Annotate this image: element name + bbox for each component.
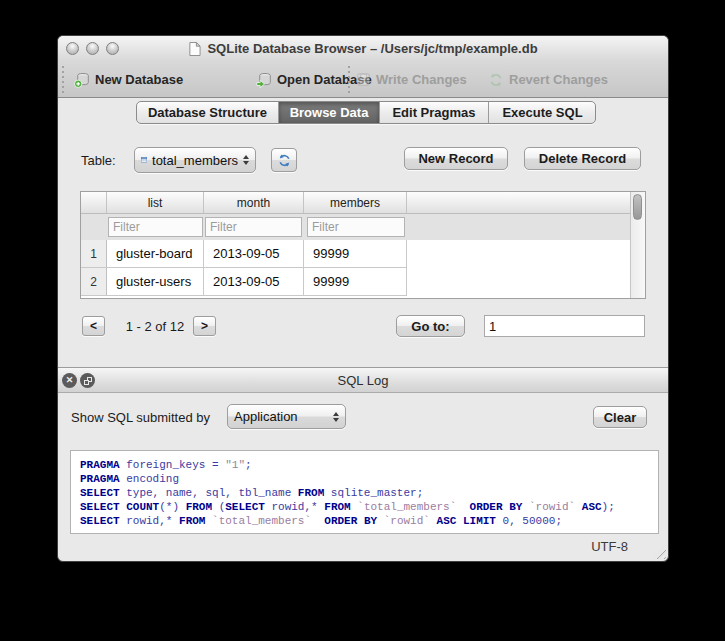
select-steppers-icon <box>243 155 249 165</box>
title-group: SQLite Database Browser – /Users/jc/tmp/… <box>118 36 608 61</box>
goto-record-input[interactable] <box>484 315 645 337</box>
cell-list[interactable]: gluster-users <box>107 268 204 295</box>
app-window: SQLite Database Browser – /Users/jc/tmp/… <box>57 35 669 562</box>
delete-record-button[interactable]: Delete Record <box>524 147 641 170</box>
filter-input-list[interactable] <box>108 217 203 237</box>
sql-log-title: SQL Log <box>58 368 668 393</box>
table-label: Table: <box>81 153 116 168</box>
cell-members[interactable]: 99999 <box>304 240 407 267</box>
new-database-button[interactable]: New Database <box>74 61 183 98</box>
window-chrome: SQLite Database Browser – /Users/jc/tmp/… <box>58 36 668 98</box>
float-panel-icon <box>84 377 92 385</box>
table-icon <box>141 154 147 166</box>
toolbar: New Database Open Database Write Changes <box>58 61 668 98</box>
tab-label: Browse Data <box>290 105 369 120</box>
write-changes-button[interactable]: Write Changes <box>356 61 467 98</box>
row-number: 1 <box>81 240 107 267</box>
table-select[interactable]: total_members <box>134 147 256 173</box>
revert-changes-button[interactable]: Revert Changes <box>488 61 608 98</box>
scrollbar-thumb[interactable] <box>633 194 642 220</box>
sql-filter-label: Show SQL submitted by <box>71 410 210 425</box>
open-database-button[interactable]: Open Database <box>256 61 372 98</box>
cell-month[interactable]: 2013-09-05 <box>204 240 304 267</box>
window-title: SQLite Database Browser – /Users/jc/tmp/… <box>207 41 537 56</box>
filter-input-month[interactable] <box>205 217 302 237</box>
tab-edit-pragmas[interactable]: Edit Pragmas <box>380 102 489 123</box>
sql-log-float-button[interactable] <box>80 373 95 388</box>
table-row[interactable]: 2 gluster-users 2013-09-05 99999 <box>81 268 407 296</box>
refresh-button[interactable] <box>271 148 297 172</box>
tab-browse-data[interactable]: Browse Data <box>279 102 380 123</box>
revert-changes-label: Revert Changes <box>509 72 608 87</box>
close-icon: ✕ <box>66 376 74 385</box>
save-icon <box>356 72 371 87</box>
refresh-icon <box>277 153 292 168</box>
toolbar-separator <box>348 66 350 93</box>
tab-database-structure[interactable]: Database Structure <box>137 102 279 123</box>
column-header-members[interactable]: members <box>304 192 407 213</box>
encoding-status: UTF-8 <box>591 539 628 554</box>
resize-grip-icon[interactable] <box>652 545 666 559</box>
goto-label: Go to: <box>411 319 449 334</box>
sql-source-select[interactable]: Application <box>227 404 346 429</box>
tab-label: Edit Pragmas <box>392 105 475 120</box>
data-grid: list month members 1 gluster-board 2013-… <box>80 191 646 299</box>
row-number: 2 <box>81 268 107 295</box>
minimize-window-button[interactable] <box>86 42 99 55</box>
close-window-button[interactable] <box>66 42 79 55</box>
new-database-label: New Database <box>95 72 183 87</box>
new-record-button[interactable]: New Record <box>404 147 508 170</box>
document-icon <box>188 41 201 57</box>
header-corner <box>81 192 107 213</box>
delete-record-label: Delete Record <box>539 151 626 166</box>
sql-source-value: Application <box>234 409 328 424</box>
goto-button[interactable]: Go to: <box>396 315 465 337</box>
sql-log-close-button[interactable]: ✕ <box>62 373 77 388</box>
filter-input-members[interactable] <box>307 217 405 237</box>
tab-execute-sql[interactable]: Execute SQL <box>489 102 596 123</box>
desktop-background: SQLite Database Browser – /Users/jc/tmp/… <box>0 0 725 641</box>
table-row[interactable]: 1 gluster-board 2013-09-05 99999 <box>81 240 407 268</box>
record-range-label: 1 - 2 of 12 <box>117 319 193 334</box>
prev-page-button[interactable]: < <box>82 316 105 336</box>
toolbar-drag-handle[interactable] <box>62 66 64 93</box>
vertical-scrollbar[interactable] <box>630 192 645 298</box>
cell-list[interactable]: gluster-board <box>107 240 204 267</box>
prev-label: < <box>90 319 97 333</box>
traffic-lights <box>66 42 119 55</box>
sql-log-output[interactable]: PRAGMA foreign_keys = "1";PRAGMA encodin… <box>70 450 659 534</box>
filter-row <box>81 214 630 240</box>
clear-label: Clear <box>604 410 637 425</box>
cell-members[interactable]: 99999 <box>304 268 407 295</box>
cell-month[interactable]: 2013-09-05 <box>204 268 304 295</box>
sql-log-lines: PRAGMA foreign_keys = "1";PRAGMA encodin… <box>80 458 658 528</box>
new-database-icon <box>74 72 90 88</box>
open-database-icon <box>256 72 272 88</box>
new-record-label: New Record <box>418 151 493 166</box>
main-tabbar: Database Structure Browse Data Edit Prag… <box>136 101 596 124</box>
table-select-value: total_members <box>152 153 238 168</box>
next-page-button[interactable]: > <box>193 316 216 336</box>
tab-label: Database Structure <box>148 105 267 120</box>
tab-label: Execute SQL <box>502 105 582 120</box>
next-label: > <box>201 319 208 333</box>
write-changes-label: Write Changes <box>376 72 467 87</box>
column-header-month[interactable]: month <box>204 192 304 213</box>
titlebar[interactable]: SQLite Database Browser – /Users/jc/tmp/… <box>58 36 668 61</box>
column-header-list[interactable]: list <box>107 192 204 213</box>
grid-header: list month members <box>81 192 645 214</box>
select-steppers-icon <box>333 412 339 422</box>
revert-icon <box>488 72 504 88</box>
clear-log-button[interactable]: Clear <box>593 406 647 428</box>
